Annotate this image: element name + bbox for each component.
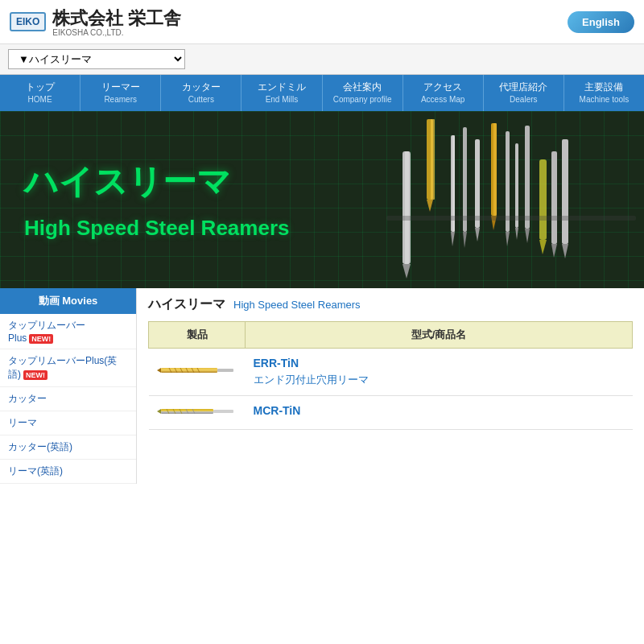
table-row: MCR-TiN (149, 395, 633, 429)
main-content: 動画 Movies タップリムーバーPlusNEW!タップリムーバーPlus(英… (0, 288, 644, 484)
svg-rect-20 (405, 151, 409, 264)
hero-banner: ハイスリーマ High Speed Steel Reamers (0, 111, 644, 288)
sidebar-link[interactable]: カッター(英語) (0, 436, 136, 460)
logo-area: EIKO 株式会社 栄工舎 EIKOSHA CO.,LTD. (10, 6, 181, 37)
svg-marker-16 (515, 228, 518, 240)
product-info-cell: MCR-TiN (246, 395, 633, 429)
content-title: ハイスリーマ High Speed Steel Reamers (148, 296, 633, 313)
svg-rect-1 (431, 119, 435, 200)
svg-rect-11 (493, 123, 497, 216)
svg-rect-15 (515, 143, 518, 228)
nav-item-dealers[interactable]: 代理店紹介Dealers (484, 75, 564, 111)
col-header-model: 型式/商品名 (246, 321, 633, 348)
svg-rect-30 (217, 369, 233, 372)
nav-item-reamers[interactable]: リーマーReamers (80, 75, 161, 111)
product-info-cell: ERR-TiN エンド刃付止穴用リーマ (246, 348, 633, 395)
svg-marker-7 (463, 232, 467, 248)
content-title-jp: ハイスリーマ (148, 296, 225, 313)
nav-item-home[interactable]: トップHOME (0, 75, 80, 111)
company-name-en: EIKOSHA CO.,LTD. (52, 28, 181, 37)
product-code-link-2[interactable]: MCR-TiN (254, 404, 625, 417)
hero-title-en: High Speed Steel Reamers (24, 216, 289, 241)
main-nav: トップHOMEリーマーReamersカッターCuttersエンドミルEnd Mi… (0, 75, 644, 111)
svg-marker-21 (402, 264, 411, 279)
sidebar-link[interactable]: リーマ(英語) (0, 460, 136, 484)
dropdown-area: ▼ハイスリーマ カッター エンドミル リーマー (0, 44, 644, 75)
sidebar-link[interactable]: カッター (0, 387, 136, 411)
svg-rect-17 (525, 126, 530, 229)
sidebar: 動画 Movies タップリムーバーPlusNEW!タップリムーバーPlus(英… (0, 288, 137, 484)
nav-item-machine-tools[interactable]: 主要設備Machine tools (564, 75, 644, 111)
svg-marker-23 (539, 240, 547, 254)
svg-rect-8 (475, 139, 480, 228)
products-table: 製品 型式/商品名 (148, 321, 633, 430)
svg-marker-31 (157, 368, 161, 373)
product-code-link-1[interactable]: ERR-TiN (254, 357, 625, 369)
svg-marker-25 (551, 244, 557, 258)
svg-rect-26 (562, 139, 568, 244)
hero-title-jp: ハイスリーマ (24, 159, 231, 204)
content-area: ハイスリーマ High Speed Steel Reamers 製品 型式/商品… (137, 288, 644, 484)
col-header-product: 製品 (149, 321, 246, 348)
product-desc-link-1[interactable]: エンド刃付止穴用リーマ (254, 374, 369, 386)
nav-item-company-profile[interactable]: 会社案内Company profile (323, 75, 403, 111)
sidebar-link[interactable]: タップリムーバーPlus(英語)NEW! (0, 349, 136, 387)
svg-marker-27 (562, 244, 568, 258)
svg-marker-14 (506, 232, 510, 246)
nav-item-end-mills[interactable]: エンドミルEnd Mills (242, 75, 322, 111)
eiko-logo: EIKO (10, 12, 46, 31)
nav-item-cutters[interactable]: カッターCutters (161, 75, 242, 111)
svg-rect-22 (539, 159, 547, 240)
svg-marker-40 (157, 409, 161, 414)
new-badge: NEW! (29, 334, 53, 344)
product-image-cell (149, 395, 246, 429)
products-tbody: ERR-TiN エンド刃付止穴用リーマ MCR-TiN (149, 348, 633, 429)
new-badge: NEW! (23, 370, 47, 380)
table-row: ERR-TiN エンド刃付止穴用リーマ (149, 348, 633, 395)
nav-item-access-map[interactable]: アクセスAccess Map (403, 75, 484, 111)
svg-marker-9 (475, 228, 480, 242)
sidebar-link[interactable]: リーマ (0, 411, 136, 436)
sidebar-title: 動画 Movies (0, 288, 136, 314)
svg-marker-2 (427, 200, 433, 212)
hero-tools-image (378, 111, 644, 288)
svg-marker-5 (451, 232, 455, 246)
company-name-block: 株式会社 栄工舎 EIKOSHA CO.,LTD. (52, 6, 181, 37)
content-title-en: High Speed Steel Reamers (233, 299, 361, 311)
english-button[interactable]: English (568, 11, 634, 33)
svg-marker-18 (525, 229, 530, 243)
svg-rect-24 (551, 151, 557, 244)
company-name-jp: 株式会社 栄工舎 (52, 8, 181, 28)
product-image-cell (149, 348, 246, 395)
svg-rect-39 (213, 410, 233, 413)
svg-rect-28 (386, 216, 636, 221)
product-image-errtIn (157, 363, 237, 378)
sidebar-link[interactable]: タップリムーバーPlusNEW! (0, 314, 136, 349)
category-select[interactable]: ▼ハイスリーマ カッター エンドミル リーマー (8, 49, 185, 69)
product-image-mcrTin (157, 404, 237, 419)
sidebar-links: タップリムーバーPlusNEW!タップリムーバーPlus(英語)NEW!カッター… (0, 314, 136, 484)
header: EIKO 株式会社 栄工舎 EIKOSHA CO.,LTD. English (0, 0, 644, 44)
